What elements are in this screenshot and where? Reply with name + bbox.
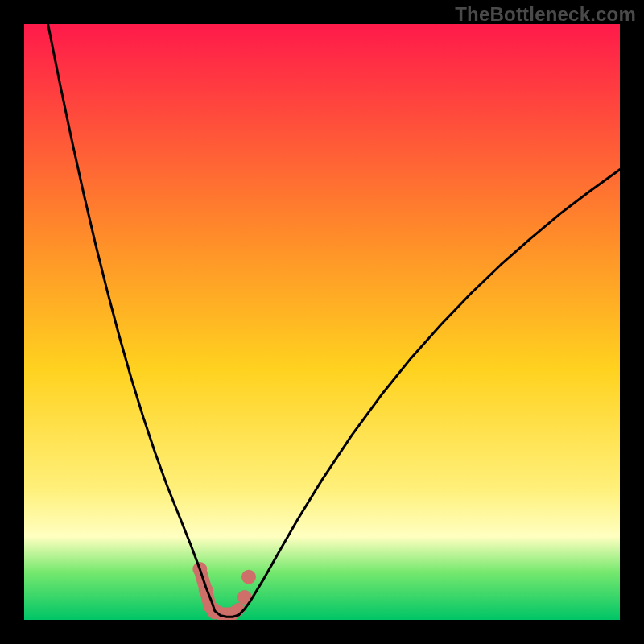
bottleneck-chart <box>24 24 620 620</box>
gradient-background <box>24 24 620 620</box>
app-frame: TheBottleneck.com <box>0 0 644 644</box>
marker-right-dot-top <box>242 570 256 584</box>
marker-stroke-4 <box>233 609 238 614</box>
watermark-text: TheBottleneck.com <box>455 3 636 26</box>
chart-svg <box>24 24 620 620</box>
